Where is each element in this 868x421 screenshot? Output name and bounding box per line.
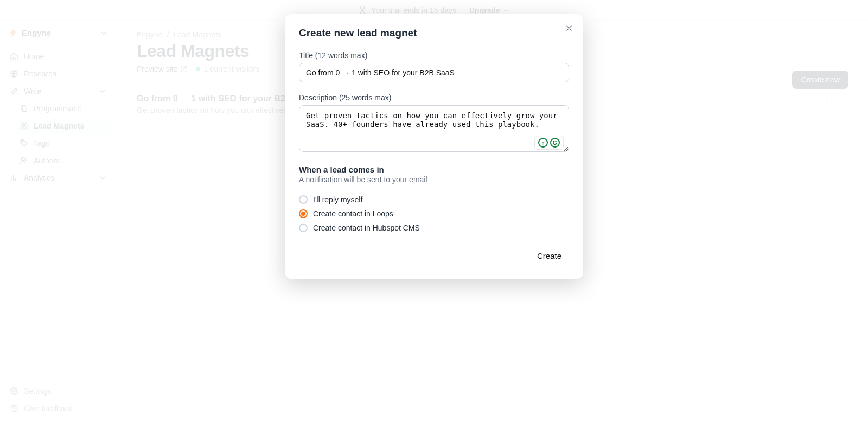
grammarly-badge[interactable]: ↑ G <box>534 136 564 150</box>
radio-loops[interactable]: Create contact in Loops <box>299 207 569 221</box>
title-field-label: Title (12 words max) <box>299 51 569 60</box>
radio-label: Create contact in Loops <box>313 209 393 218</box>
radio-label: Create contact in Hubspot CMS <box>313 224 420 232</box>
radio-icon <box>299 195 308 204</box>
radio-hubspot[interactable]: Create contact in Hubspot CMS <box>299 221 569 235</box>
description-field-label: Description (25 words max) <box>299 93 569 102</box>
lead-section-sub: A notification will be sent to your emai… <box>299 175 569 184</box>
close-icon[interactable] <box>565 24 573 33</box>
create-lead-magnet-modal: Create new lead magnet Title (12 words m… <box>285 14 583 279</box>
modal-overlay[interactable]: Create new lead magnet Title (12 words m… <box>0 0 868 421</box>
radio-icon <box>299 209 308 218</box>
title-input[interactable] <box>299 63 569 82</box>
modal-heading: Create new lead magnet <box>299 27 569 39</box>
modal-create-button[interactable]: Create <box>529 247 569 265</box>
grammarly-plus-icon: ↑ <box>538 138 548 148</box>
radio-reply-myself[interactable]: I'll reply myself <box>299 193 569 207</box>
description-textarea[interactable] <box>299 105 569 152</box>
lead-section-title: When a lead comes in <box>299 165 569 174</box>
grammarly-g-icon: G <box>550 138 560 148</box>
radio-label: I'll reply myself <box>313 195 362 204</box>
radio-icon <box>299 224 308 232</box>
